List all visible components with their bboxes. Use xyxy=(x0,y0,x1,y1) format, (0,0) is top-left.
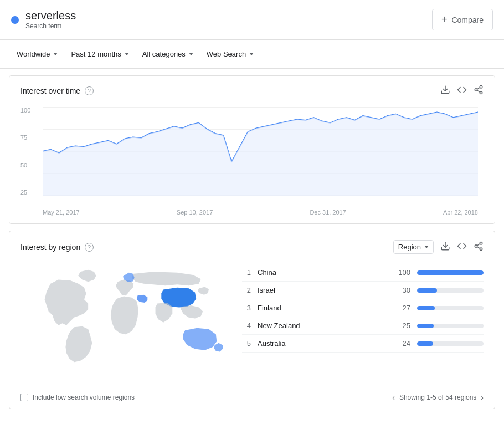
x-axis: May 21, 2017 Sep 10, 2017 Dec 31, 2017 A… xyxy=(43,207,478,216)
compare-plus-icon: + xyxy=(441,14,448,25)
region-name: Australia xyxy=(258,339,388,348)
world-map xyxy=(20,264,231,375)
region-list: 1 China 100 2 Israel 30 3 Finland 27 4 N… xyxy=(242,264,484,375)
search-term-name: serverless xyxy=(25,9,76,22)
region-footer: Include low search volume regions ‹ Show… xyxy=(9,386,495,409)
region-row: 5 Australia 24 xyxy=(242,335,484,353)
region-rank: 1 xyxy=(242,268,251,277)
chevron-down-icon xyxy=(53,53,58,55)
low-volume-checkbox[interactable] xyxy=(20,394,28,401)
section-actions-iot xyxy=(440,85,484,97)
filter-categories[interactable]: All categories xyxy=(137,47,199,62)
interest-over-time-section: Interest over time ? 100 75 50 25 xyxy=(9,75,495,224)
compare-label: Compare xyxy=(451,16,484,24)
region-name: China xyxy=(258,268,388,277)
region-download-icon[interactable] xyxy=(440,241,450,253)
x-label-1: May 21, 2017 xyxy=(43,209,80,216)
region-dropdown[interactable]: Region xyxy=(393,240,434,254)
embed-icon[interactable] xyxy=(457,85,467,97)
svg-line-17 xyxy=(477,243,480,245)
next-page-button[interactable]: › xyxy=(481,393,484,402)
interest-by-region-title: Interest by region xyxy=(20,243,80,252)
region-chevron-icon xyxy=(424,246,429,248)
search-term-dot xyxy=(11,16,19,24)
help-icon-ibr[interactable]: ? xyxy=(85,243,94,252)
region-name: New Zealand xyxy=(258,321,388,330)
search-term-label: Search term xyxy=(25,22,76,30)
section-header-iot: Interest over time ? xyxy=(9,76,495,101)
region-bar-bg xyxy=(417,341,484,346)
y-axis: 100 75 50 25 xyxy=(20,107,30,196)
region-bar-bg xyxy=(417,288,484,293)
filter-time-range-label: Past 12 months xyxy=(71,50,121,58)
svg-line-16 xyxy=(477,247,480,248)
filter-time-range[interactable]: Past 12 months xyxy=(65,47,134,62)
low-volume-block: Include low search volume regions xyxy=(20,394,135,401)
trend-chart-svg xyxy=(43,107,478,196)
region-bar-bg xyxy=(417,324,484,328)
share-icon[interactable] xyxy=(474,85,484,97)
y-label-100: 100 xyxy=(20,107,30,114)
filter-search-type[interactable]: Web Search xyxy=(201,47,259,62)
prev-page-button[interactable]: ‹ xyxy=(392,393,395,402)
x-label-4: Apr 22, 2018 xyxy=(443,209,478,216)
svg-line-4 xyxy=(477,90,480,92)
interest-over-time-title: Interest over time xyxy=(20,86,80,95)
region-rank: 5 xyxy=(242,339,251,348)
region-rank: 3 xyxy=(242,304,251,312)
region-bar-bg xyxy=(417,306,484,310)
filter-worldwide-label: Worldwide xyxy=(17,50,50,58)
section-title-iot: Interest over time ? xyxy=(20,86,94,95)
region-value: 24 xyxy=(395,339,410,348)
region-value: 100 xyxy=(395,268,410,277)
region-row: 2 Israel 30 xyxy=(242,282,484,299)
svg-marker-11 xyxy=(43,113,478,196)
x-label-2: Sep 10, 2017 xyxy=(177,209,213,216)
region-row: 3 Finland 27 xyxy=(242,299,484,317)
region-bar-fill xyxy=(417,270,484,275)
interest-by-region-section: Interest by region ? Region xyxy=(9,231,495,409)
chart-area: 100 75 50 25 May 21, 2017 Sep 10, xyxy=(9,101,495,223)
region-bar-fill xyxy=(417,288,437,293)
region-dropdown-label: Region xyxy=(398,243,421,251)
search-term-text: serverless Search term xyxy=(25,9,76,30)
download-icon[interactable] xyxy=(440,85,450,97)
chevron-down-icon xyxy=(125,53,129,55)
region-row: 1 China 100 xyxy=(242,264,484,282)
pagination: ‹ Showing 1-5 of 54 regions › xyxy=(392,393,484,402)
y-label-25: 25 xyxy=(20,189,30,196)
help-icon-iot[interactable]: ? xyxy=(85,86,94,95)
region-content: 1 China 100 2 Israel 30 3 Finland 27 4 N… xyxy=(9,258,495,386)
svg-line-5 xyxy=(477,88,480,89)
region-name: Israel xyxy=(258,286,388,294)
region-header-right: Region xyxy=(393,240,484,254)
chevron-down-icon xyxy=(249,53,254,55)
region-value: 27 xyxy=(395,304,410,312)
region-name: Finland xyxy=(258,304,388,312)
region-bar-fill xyxy=(417,306,435,310)
pagination-text: Showing 1-5 of 54 regions xyxy=(399,394,476,401)
world-map-svg xyxy=(20,264,231,375)
section-header-ibr: Interest by region ? Region xyxy=(9,231,495,258)
region-bar-fill xyxy=(417,324,434,328)
filter-search-type-label: Web Search xyxy=(207,50,246,58)
y-label-75: 75 xyxy=(20,134,30,141)
low-volume-label: Include low search volume regions xyxy=(33,394,135,401)
section-title-ibr: Interest by region ? xyxy=(20,243,94,252)
header: serverless Search term + Compare xyxy=(0,0,504,40)
region-rank: 4 xyxy=(242,321,251,330)
region-share-icon[interactable] xyxy=(474,241,484,253)
region-rank: 2 xyxy=(242,286,251,294)
chart-svg-wrapper xyxy=(43,107,478,207)
filter-worldwide[interactable]: Worldwide xyxy=(11,47,63,62)
compare-button[interactable]: + Compare xyxy=(432,9,493,30)
chevron-down-icon xyxy=(189,53,193,55)
y-label-50: 50 xyxy=(20,162,30,169)
region-value: 25 xyxy=(395,321,410,330)
filter-categories-label: All categories xyxy=(142,50,186,58)
region-embed-icon[interactable] xyxy=(457,241,467,253)
filters-bar: Worldwide Past 12 months All categories … xyxy=(0,40,504,69)
region-bar-bg xyxy=(417,270,484,275)
region-row: 4 New Zealand 25 xyxy=(242,317,484,335)
region-bar-fill xyxy=(417,341,433,346)
